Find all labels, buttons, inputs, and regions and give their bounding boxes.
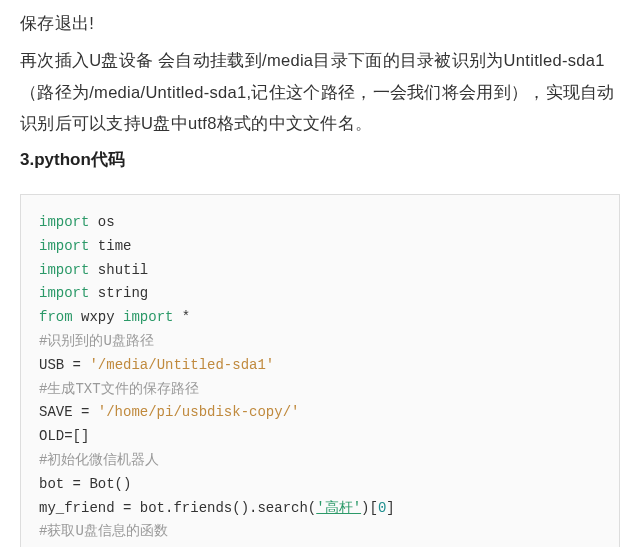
code-token: *	[173, 309, 190, 325]
code-token: os	[89, 214, 114, 230]
code-token: import	[39, 262, 89, 278]
code-string: '/home/pi/usbdisk-copy/'	[98, 404, 300, 420]
code-token: time	[89, 238, 131, 254]
code-token: USB =	[39, 357, 89, 373]
code-string: '高杆'	[316, 500, 361, 516]
code-comment: #生成TXT文件的保存路径	[39, 381, 199, 397]
code-token: OLD=[]	[39, 428, 89, 444]
code-token: my_friend = bot.friends().search(	[39, 500, 316, 516]
code-token: ]	[386, 500, 394, 516]
code-token: SAVE =	[39, 404, 98, 420]
code-comment: #初始化微信机器人	[39, 452, 159, 468]
code-comment: #识别到的U盘路径	[39, 333, 154, 349]
code-token: wxpy	[73, 309, 123, 325]
code-block: import os import time import shutil impo…	[20, 194, 620, 547]
code-token: import	[39, 214, 89, 230]
code-token: import	[39, 238, 89, 254]
code-token: string	[89, 285, 148, 301]
code-string: '/media/Untitled-sda1'	[89, 357, 274, 373]
code-comment: #获取U盘信息的函数	[39, 523, 168, 539]
code-token: bot = Bot()	[39, 476, 131, 492]
paragraph-description: 再次插入U盘设备 会自动挂载到/media目录下面的目录被识别为Untitled…	[20, 45, 620, 139]
code-token: import	[123, 309, 173, 325]
code-token: from	[39, 309, 73, 325]
code-token: )[	[361, 500, 378, 516]
section-heading: 3.python代码	[20, 145, 620, 176]
code-token: import	[39, 285, 89, 301]
paragraph-save-exit: 保存退出!	[20, 8, 620, 39]
code-token: shutil	[89, 262, 148, 278]
